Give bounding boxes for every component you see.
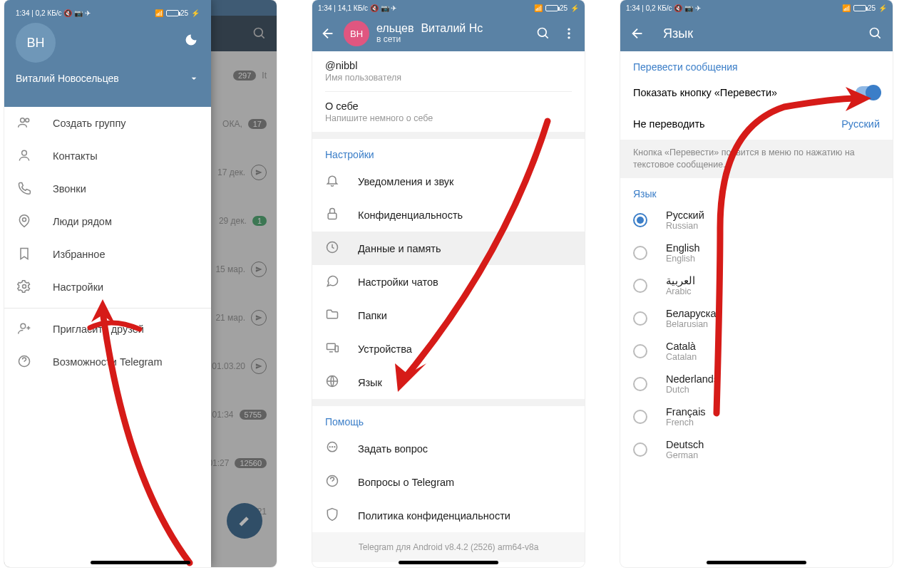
row-label: Настройки чатов [358,276,438,288]
back-icon[interactable] [629,25,646,42]
radio-icon [633,410,647,424]
language-option[interactable]: Беларуская Belarusian [620,302,893,335]
row-label: Устройства [358,343,412,355]
svg-point-9 [538,28,547,37]
language-option[interactable]: Русский Russian [620,204,893,237]
search-icon[interactable] [251,25,268,42]
svg-line-10 [545,36,548,38]
svg-line-1 [262,36,265,38]
language-option[interactable]: Nederlands Dutch [620,368,893,400]
person-icon [17,148,33,165]
settings-devices[interactable]: Устройства [312,332,585,366]
help-shield[interactable]: Политика конфиденциальности [312,499,585,532]
lock-icon [325,207,341,224]
invite-icon [17,321,33,338]
compose-fab[interactable] [227,503,262,539]
avatar[interactable]: ВН [344,21,369,46]
nav-bar [91,561,190,564]
status-time: 1:34 [626,4,640,12]
drawer-item-person[interactable]: Контакты [4,140,211,172]
help-icon [17,354,33,370]
account-name: Виталий Новосельцев [16,73,119,84]
lang-subtitle: English [666,254,700,264]
svg-point-24 [871,28,879,37]
lang-name: Беларуская [666,308,722,319]
night-mode-icon[interactable] [183,31,200,48]
row-label: Не переводить [633,118,705,130]
settings-clock[interactable]: Данные и память [312,232,585,265]
more-icon[interactable] [560,25,578,42]
drawer-item-bookmark[interactable]: Избранное [4,238,211,271]
lang-name: Deutsch [666,439,704,450]
settings-bell[interactable]: Уведомления и звук [312,165,585,198]
status-batt: 25 [560,4,568,12]
svg-point-3 [26,118,29,122]
row-label: Папки [358,310,387,321]
svg-point-4 [22,150,27,155]
toggle-label: Показать кнопку «Перевести» [633,87,777,98]
username-value: @nibbl [325,60,572,71]
lang-subtitle: Dutch [666,385,719,395]
bio-row[interactable]: О себе Напишите немного о себе [312,92,585,132]
back-icon[interactable] [319,25,337,42]
language-option[interactable]: Català Catalan [620,335,893,368]
chat-time: 21 мар. [215,313,245,323]
lang-subtitle: Russian [666,221,704,231]
search-icon[interactable] [867,25,884,42]
phone-icon [17,181,33,197]
language-option[interactable]: English English [620,237,893,269]
svg-point-5 [23,217,26,221]
svg-point-20 [329,446,330,447]
drawer-account[interactable]: Виталий Новосельцев [16,73,200,84]
search-icon[interactable] [535,25,552,42]
toggle-switch[interactable] [856,86,880,99]
globe-icon [325,374,341,391]
row-label: Политика конфиденциальности [358,510,510,522]
row-label: Конфиденциальность [358,209,463,221]
svg-rect-17 [335,346,338,351]
help-q[interactable]: Вопросы о Telegram [312,465,585,499]
drawer-item-phone[interactable]: Звонки [4,172,211,205]
phone-drawer: 297It ОКА,17 17 дек. 29 дек.1 15 мар. 21… [4,0,277,567]
settings-chat[interactable]: Настройки чатов [312,265,585,299]
settings-lock[interactable]: Конфиденциальность [312,198,585,232]
drawer-item-settings[interactable]: Настройки [4,271,211,304]
status-batt: 25 [868,4,876,12]
svg-line-25 [878,36,881,38]
language-option[interactable]: Français French [620,400,893,433]
svg-point-13 [568,36,570,38]
drawer-item-help[interactable]: Возможности Telegram [4,346,211,378]
help-msg[interactable]: Задать вопрос [312,432,585,465]
drawer-item-invite[interactable]: Пригласить друзей [4,313,211,346]
status-net: 0,2 КБ/с [646,4,672,12]
settings-folder[interactable]: Папки [312,299,585,332]
section-help: Помощь [312,406,585,432]
lang-name: Русский [666,209,704,221]
language-option[interactable]: Deutsch German [620,433,893,466]
near-icon [17,214,33,230]
bio-hint: Напишите немного о себе [325,113,572,123]
radio-icon [633,279,647,293]
avatar-initials: ВН [350,28,363,39]
drawer-item-group[interactable]: Создать группу [4,107,211,140]
status-bar: 1:34 | 0,2 КБ/с 🔇 📷 ✈ 📶25⚡ [16,7,200,19]
radio-icon [633,213,647,227]
username-row[interactable]: @nibbl Имя пользователя [312,51,585,91]
status-batt: 25 [180,9,188,17]
lang-subtitle: Arabic [666,286,695,296]
status-net: 0,2 КБ/с [36,9,62,17]
nav-bar [707,561,806,564]
do-not-translate-row[interactable]: Не переводить Русский [620,108,893,140]
show-translate-toggle[interactable]: Показать кнопку «Перевести» [620,77,893,108]
username-label: Имя пользователя [325,73,572,83]
bookmark-icon [17,247,33,263]
chat-time: 17 дек. [217,167,245,177]
avatar[interactable]: ВН [16,23,56,63]
avatar-initials: ВН [26,36,44,51]
language-option[interactable]: العربية Arabic [620,269,893,302]
settings-globe[interactable]: Язык [312,366,585,399]
translate-hint: Кнопка «Перевести» появится в меню по на… [620,140,893,178]
bio-title: О себе [325,100,572,112]
drawer-item-near[interactable]: Люди рядом [4,205,211,238]
lang-name: Nederlands [666,373,719,385]
